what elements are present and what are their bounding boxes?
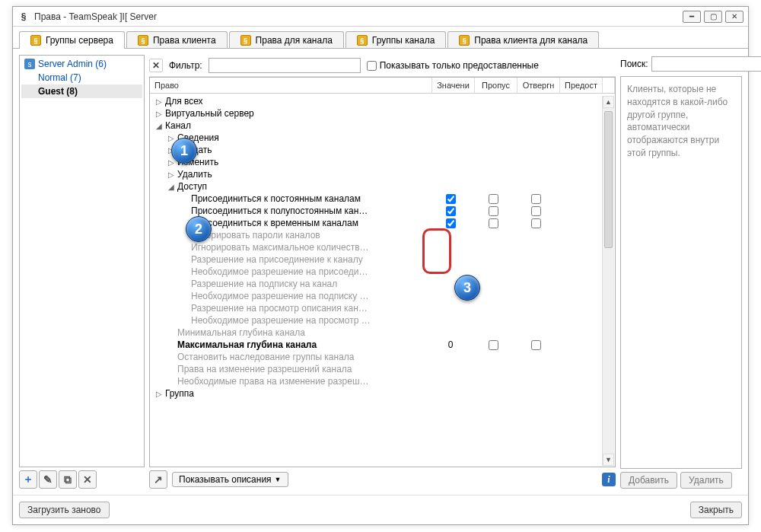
minimize-button[interactable]: ━ — [683, 11, 701, 23]
tree-delete[interactable]: ▷Удалить — [150, 168, 615, 180]
col-value[interactable]: Значени — [432, 78, 475, 93]
skip-checkbox[interactable] — [489, 206, 498, 216]
tree-group[interactable]: ▷Группа — [150, 387, 615, 400]
chevron-down-icon: ▼ — [275, 476, 282, 483]
perm-subscribe[interactable]: Разрешение на подписку на канал — [150, 278, 615, 290]
filter-row: ✕ Фильтр: Показывать только предоставлен… — [149, 55, 616, 77]
permission-table[interactable]: Право Значени Пропус Отвергн Предост ▷Дл… — [149, 77, 616, 467]
show-descriptions-button[interactable]: Показывать описания▼ — [172, 472, 288, 487]
perm-join-permanent[interactable]: Присоединиться к постоянным каналам — [150, 193, 615, 205]
hint-text: Клиенты, которые не находятся в какой-ли… — [627, 84, 728, 158]
tree-virtual-server[interactable]: ▷Виртуальный сервер — [150, 107, 615, 119]
perm-needed-subscribe[interactable]: Необходимое разрешение на подписку … — [150, 290, 615, 302]
tab-channel-perms[interactable]: §Права для канала — [229, 31, 344, 49]
tree-access[interactable]: ◢Доступ — [150, 180, 615, 193]
expand-icon[interactable]: ▷ — [154, 390, 164, 398]
remove-client-button[interactable]: Удалить — [680, 472, 732, 489]
tab-client-channel-perms[interactable]: §Права клиента для канала — [447, 31, 599, 49]
collapse-icon[interactable]: ◢ — [154, 122, 164, 130]
tree-modify[interactable]: ▷Изменить — [150, 156, 615, 168]
filter-label: Фильтр: — [169, 60, 202, 71]
perm-join-semi[interactable]: Присоединиться к полупостоянным кан… — [150, 205, 615, 217]
tab-bar: §Группы сервера §Права клиента §Права дл… — [13, 27, 748, 49]
tab-channel-groups[interactable]: §Группы канала — [345, 31, 446, 49]
skip-checkbox[interactable] — [489, 218, 498, 228]
window-title: Права - TeamSpeak ]I[ Server — [34, 11, 683, 22]
copy-group-button[interactable]: ⧉ — [59, 470, 77, 489]
skip-checkbox[interactable] — [489, 340, 498, 350]
max-depth-value[interactable]: 0 — [429, 339, 472, 350]
shield-icon: § — [357, 35, 368, 46]
expand-icon[interactable]: ▷ — [167, 170, 176, 179]
reload-button[interactable]: Загрузить заново — [19, 502, 110, 518]
group-toolbar: ＋ ✎ ⧉ ✕ — [19, 470, 145, 489]
perm-join-power[interactable]: Разрешение на присоединение к каналу — [150, 253, 615, 266]
maximize-button[interactable]: ▢ — [704, 11, 722, 23]
perm-max-depth[interactable]: Максимальная глубина канала0 — [150, 339, 615, 351]
delete-group-button[interactable]: ✕ — [78, 470, 97, 489]
value-checkbox[interactable] — [446, 206, 456, 216]
scroll-up-icon[interactable]: ▲ — [603, 96, 614, 108]
table-header: Право Значени Пропус Отвергн Предост — [150, 78, 615, 94]
center-panel: ✕ Фильтр: Показывать только предоставлен… — [149, 55, 616, 489]
footer: Загрузить заново Закрыть — [13, 495, 748, 524]
rename-group-button[interactable]: ✎ — [39, 470, 57, 489]
tree-info[interactable]: ▷Сведения — [150, 132, 615, 144]
scroll-down-icon[interactable]: ▼ — [603, 454, 614, 466]
tree-for-all[interactable]: ▷Для всех — [150, 95, 615, 107]
group-guest[interactable]: Guest (8) — [21, 84, 142, 98]
right-panel: Поиск: Клиенты, которые не находятся в к… — [620, 55, 742, 489]
group-normal[interactable]: Normal (7) — [21, 71, 142, 84]
permission-tree: ▷Для всех ▷Виртуальный сервер ◢Канал ▷Св… — [150, 94, 615, 401]
value-checkbox[interactable] — [446, 218, 456, 228]
perm-modify-power[interactable]: Права на изменение разрешений канала — [150, 363, 615, 375]
close-dialog-button[interactable]: Закрыть — [690, 502, 742, 518]
info-icon[interactable]: i — [602, 473, 616, 486]
perm-needed-modify[interactable]: Необходимые права на изменение разреш… — [150, 375, 615, 387]
perm-min-depth[interactable]: Минимальная глубина канала — [150, 327, 615, 339]
skip-checkbox[interactable] — [489, 194, 498, 204]
tab-server-groups[interactable]: §Группы сервера — [19, 31, 125, 49]
close-button[interactable]: ✕ — [725, 11, 743, 23]
shield-icon: § — [30, 35, 41, 46]
perm-ignore-max[interactable]: Игнорировать максимальное количеств… — [150, 241, 615, 253]
collapse-icon[interactable]: ◢ — [167, 183, 176, 191]
group-server-admin[interactable]: sServer Admin (6) — [21, 57, 142, 71]
clients-list-box[interactable]: Клиенты, которые не находятся в какой-ли… — [620, 76, 742, 469]
perm-needed-view-desc[interactable]: Необходимое разрешение на просмотр … — [150, 314, 615, 327]
vertical-scrollbar[interactable]: ▲ ▼ — [602, 96, 614, 466]
negate-checkbox[interactable] — [531, 194, 541, 204]
tree-create[interactable]: ▷Создать — [150, 144, 615, 156]
scroll-thumb[interactable] — [604, 111, 613, 248]
negate-checkbox[interactable] — [531, 218, 541, 228]
search-label: Поиск: — [620, 59, 648, 69]
col-negate[interactable]: Отвергн — [517, 78, 560, 93]
search-input[interactable] — [651, 56, 761, 72]
col-name[interactable]: Право — [150, 78, 432, 93]
tree-channel[interactable]: ◢Канал — [150, 119, 615, 132]
show-granted-label: Показывать только предоставленные — [380, 60, 539, 71]
switch-view-button[interactable]: ↗ — [149, 470, 167, 489]
shield-icon: § — [459, 35, 470, 46]
tab-client-perms[interactable]: §Права клиента — [126, 31, 228, 49]
add-client-button[interactable]: Добавить — [620, 472, 677, 489]
perm-ignore-pass[interactable]: Игнорировать пароли каналов — [150, 229, 615, 241]
app-icon: § — [18, 11, 30, 23]
expand-icon[interactable]: ▷ — [154, 97, 164, 106]
perm-join-temp[interactable]: Присоединиться к временным каналам — [150, 217, 615, 229]
left-panel: sServer Admin (6) Normal (7) Guest (8) ＋… — [19, 55, 145, 489]
clear-filter-button[interactable]: ✕ — [149, 59, 163, 72]
col-grant[interactable]: Предост — [560, 78, 603, 93]
add-group-button[interactable]: ＋ — [19, 470, 37, 489]
filter-input[interactable] — [209, 58, 361, 73]
expand-icon[interactable]: ▷ — [154, 110, 164, 118]
perm-needed-join[interactable]: Необходимое разрешение на присоеди… — [150, 266, 615, 278]
col-skip[interactable]: Пропус — [475, 78, 517, 93]
negate-checkbox[interactable] — [531, 340, 541, 350]
perm-stop-inherit[interactable]: Остановить наследование группы канала — [150, 351, 615, 363]
negate-checkbox[interactable] — [531, 206, 541, 216]
show-granted-checkbox[interactable] — [367, 61, 377, 71]
perm-view-desc[interactable]: Разрешение на просмотр описания кан… — [150, 302, 615, 314]
server-group-list[interactable]: sServer Admin (6) Normal (7) Guest (8) — [19, 55, 145, 467]
value-checkbox[interactable] — [446, 194, 456, 204]
